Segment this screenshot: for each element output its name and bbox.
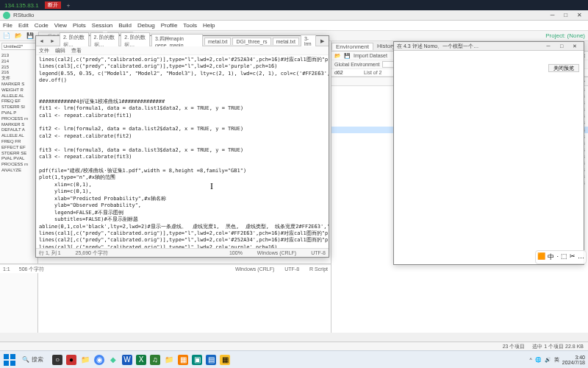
close-preview-button[interactable]: 关闭预览 [548, 64, 579, 72]
app-icon-8[interactable]: ♫ [150, 355, 160, 365]
app-icon-11[interactable]: ▣ [192, 355, 202, 365]
save-ws-icon[interactable]: 💾 [344, 53, 351, 59]
cursor-position: 行 1, 列 1 [39, 250, 61, 257]
app-icon-5[interactable]: ◆ [108, 355, 118, 365]
tray-chevron-icon[interactable]: ^ [530, 357, 532, 362]
left-line: ALLELE AL [1, 93, 36, 99]
import-dataset-button[interactable]: Import Dataset [354, 53, 387, 58]
editor-status-bar: 行 1, 列 1 25,690 个字符 100% Windows (CRLF) … [36, 248, 329, 257]
menu-view[interactable]: View [54, 22, 67, 29]
system-tray: ^ 🌐 🔊 英 3:40 2024/7/18 [530, 355, 585, 365]
sec-close-button[interactable]: ✕ [569, 43, 581, 49]
badge-3[interactable]: ⬚ [561, 252, 567, 262]
menu-help[interactable]: Help [203, 22, 215, 29]
file-encoding[interactable]: UTF-8 [311, 250, 326, 255]
mini-edit[interactable]: 编辑 [55, 47, 65, 54]
editor-window: ◄ ► 2. 阶的数据… 2. 阶的数据… 2. 阶的数据… 3.四种mapin… [35, 35, 329, 258]
menu-build[interactable]: Build [118, 22, 132, 29]
menu-edit[interactable]: Edit [18, 22, 29, 29]
left-line: PVAL P [1, 110, 36, 116]
menu-tools[interactable]: Tools [183, 22, 197, 29]
bottom-utf: UTF-8 [284, 266, 299, 272]
menu-profile[interactable]: Profile [161, 22, 178, 29]
bottom-note: 506 个字符 [19, 266, 45, 273]
bottom-cursor-pos: 1:1 [3, 266, 10, 272]
left-line: 213 [1, 53, 36, 59]
editor-tab-4[interactable]: metal.txt [204, 38, 231, 45]
ime-indicator[interactable]: 英 [554, 356, 559, 364]
left-line: PVAL PVAL [1, 156, 36, 162]
rstudio-icon [3, 12, 10, 19]
menu-code[interactable]: Code [35, 22, 49, 29]
badge-1[interactable]: 中 [548, 252, 554, 262]
run-icon[interactable]: ▶ [316, 38, 329, 44]
mini-file[interactable]: 文件 [39, 47, 49, 54]
app-icon-4[interactable]: ◉ [94, 355, 104, 365]
ime-badges[interactable]: 🟧 中 · ⬚ ✂ … [535, 250, 587, 264]
window-controls: ─ □ ✕ [547, 12, 585, 18]
save-icon[interactable]: 💾 [26, 32, 34, 39]
badge-2[interactable]: · [556, 252, 559, 262]
left-line: STDERR SI [1, 105, 36, 110]
tray-network-icon[interactable]: 🌐 [535, 357, 542, 363]
sec-max-button[interactable]: □ [556, 43, 567, 49]
left-line: MARKER S [1, 82, 36, 88]
project-indicator[interactable]: Project: (None) [545, 32, 585, 39]
remote-desktop-bar: 134.135.83.1 断开 ＋ [0, 0, 588, 10]
global-env-selector[interactable]: Global Environment [334, 62, 379, 67]
left-line: WEIGHT R [1, 88, 36, 93]
app-icon-10[interactable]: ▦ [178, 355, 188, 365]
secondary-window: 在 4.3 评述 Nomo、一个模型一个… ─ □ ✕ 关闭预览 [393, 41, 584, 265]
app-icon-1[interactable]: ○ [52, 355, 62, 365]
sec-min-button[interactable]: ─ [542, 43, 554, 49]
editor-tab-active[interactable]: 3-lrm [301, 35, 316, 47]
left-line: 215 [1, 65, 36, 71]
menu-session[interactable]: Session [92, 22, 112, 29]
badge-0[interactable]: 🟧 [537, 252, 545, 262]
taskbar-clock[interactable]: 3:40 2024/7/18 [562, 355, 585, 365]
selection-info: 选中 1 个项目 22.8 KB [532, 343, 584, 350]
app-icon-6[interactable]: W [122, 355, 132, 365]
menu-plots[interactable]: Plots [73, 22, 86, 29]
explorer-status-bar: 23 个项目 选中 1 个项目 22.8 KB [0, 342, 588, 350]
badge-4[interactable]: ✂ [570, 252, 576, 262]
left-tab[interactable]: Untitled2* [1, 43, 36, 50]
left-line: FREQ FR [1, 139, 36, 145]
app-icon-2[interactable]: ● [66, 355, 76, 365]
open-icon[interactable]: 📂 [15, 32, 22, 39]
load-icon[interactable]: 📂 [334, 53, 341, 59]
remote-ip: 134.135.83.1 [4, 2, 39, 9]
start-button[interactable] [3, 353, 16, 367]
text-cursor: I [210, 181, 213, 192]
left-line: 214 [1, 59, 36, 65]
badge-5[interactable]: … [578, 252, 584, 262]
app-icon-9[interactable]: 📁 [164, 355, 174, 365]
app-icon-3[interactable]: 📁 [80, 355, 90, 365]
editor-tab-5[interactable]: DGI_three_rs [232, 38, 270, 45]
nav-fwd-icon[interactable]: ► [47, 38, 58, 43]
editor-tab-6[interactable]: metal.txt [273, 38, 299, 45]
new-file-icon[interactable]: 📄 [3, 32, 10, 39]
tab-environment[interactable]: Environment [331, 43, 373, 50]
line-ending[interactable]: Windows (CRLF) [257, 250, 296, 255]
bottom-lang[interactable]: R Script [309, 266, 328, 272]
app-icon-7[interactable]: X [136, 355, 146, 365]
close-button[interactable]: ✕ [573, 12, 585, 18]
left-line: STDERR SE [1, 151, 36, 157]
menu-debug[interactable]: Debug [137, 22, 155, 29]
editor-tab-strip: ◄ ► 2. 阶的数据… 2. 阶的数据… 2. 阶的数据… 3.四种mapin… [36, 36, 329, 46]
maximize-button[interactable]: □ [560, 12, 572, 18]
app-icon-12[interactable]: ▤ [206, 355, 216, 365]
taskbar-search[interactable]: 🔍 搜索 [19, 355, 46, 364]
tray-volume-icon[interactable]: 🔊 [545, 357, 551, 363]
minimize-button[interactable]: ─ [547, 12, 559, 18]
app-icon-13[interactable]: ▦ [220, 355, 230, 365]
nav-back-icon[interactable]: ◄ [36, 38, 47, 43]
mini-view[interactable]: 查看 [71, 47, 82, 54]
code-editor[interactable]: lines(cal2[,c("predy","calibrated.orig")… [36, 55, 329, 248]
menu-file[interactable]: File [3, 22, 12, 29]
zoom-level[interactable]: 100% [229, 250, 243, 255]
remote-disconnect-button[interactable]: 断开 [45, 1, 61, 9]
remote-add-tab[interactable]: ＋ [65, 1, 71, 10]
item-count: 23 个项目 [503, 343, 526, 350]
